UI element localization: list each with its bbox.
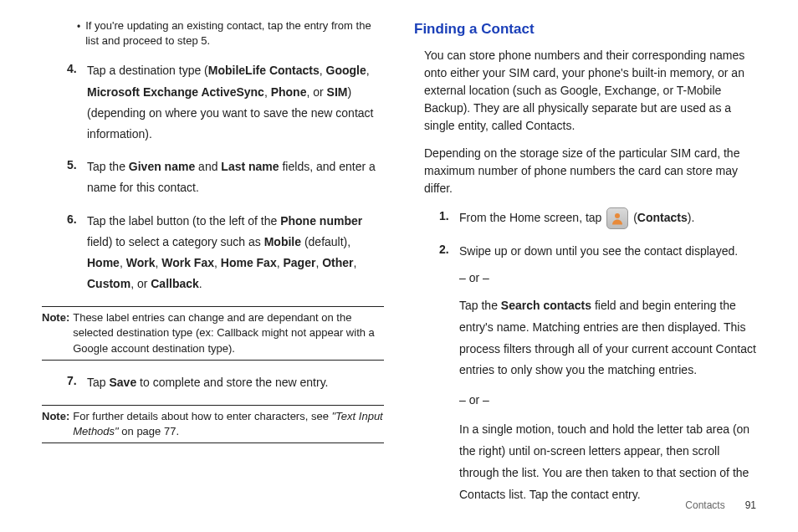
step-5: 5. Tap the Given name and Last name fiel… (67, 156, 384, 198)
step-body: Swipe up or down until you see the conta… (459, 241, 756, 506)
paragraph-2: Depending on the storage size of the par… (424, 145, 756, 197)
footer-page-number: 91 (728, 498, 756, 514)
bullet-text: If you're updating an existing contact, … (85, 18, 384, 49)
step-number: 5. (67, 156, 87, 175)
or-divider: – or – (459, 268, 756, 289)
step-body: Tap the Given name and Last name fields,… (87, 156, 384, 198)
step-body: Tap Save to complete and store the new e… (87, 372, 384, 393)
step-1: 1. From the Home screen, tap (Contacts). (439, 207, 756, 229)
step-body: Tap the label button (to the left of the… (87, 211, 384, 295)
svg-point-0 (615, 213, 620, 218)
step-body: From the Home screen, tap (Contacts). (459, 207, 756, 229)
right-column: Finding a Contact You can store phone nu… (414, 18, 756, 515)
step-2-search: Tap the Search contacts field and begin … (459, 295, 756, 382)
bullet-dot: • (77, 18, 80, 35)
note-label: Note: (42, 409, 69, 439)
paragraph-1: You can store phone numbers and their co… (424, 47, 756, 135)
step-4: 4. Tap a destination type (MobileLife Co… (67, 60, 384, 145)
step-number: 4. (67, 60, 87, 79)
step-body: Tap a destination type (MobileLife Conta… (87, 60, 384, 145)
note-label: Note: (42, 310, 69, 356)
step-number: 2. (439, 241, 459, 259)
left-column: • If you're updating an existing contact… (42, 18, 384, 515)
step-7: 7. Tap Save to complete and store the ne… (67, 372, 384, 393)
footer-section: Contacts (685, 499, 724, 511)
note-1: Note: These label entries can change and… (42, 306, 384, 361)
section-heading: Finding a Contact (414, 18, 756, 40)
step-number: 7. (67, 372, 87, 391)
step-2: 2. Swipe up or down until you see the co… (439, 241, 756, 506)
note-text: For further details about how to enter c… (73, 409, 384, 439)
sub-bullet: • If you're updating an existing contact… (77, 18, 384, 49)
step-number: 6. (67, 211, 87, 229)
page-footer: Contacts 91 (685, 498, 756, 514)
step-number: 1. (439, 207, 459, 226)
step-2-lettertab: In a single motion, touch and hold the l… (459, 419, 756, 506)
step-2-line1: Swipe up or down until you see the conta… (459, 241, 756, 262)
note-2: Note: For further details about how to e… (42, 405, 384, 443)
contacts-app-icon (606, 207, 628, 229)
or-divider: – or – (459, 390, 756, 411)
step-6: 6. Tap the label button (to the left of … (67, 211, 384, 295)
note-text: These label entries can change and are d… (73, 310, 384, 356)
